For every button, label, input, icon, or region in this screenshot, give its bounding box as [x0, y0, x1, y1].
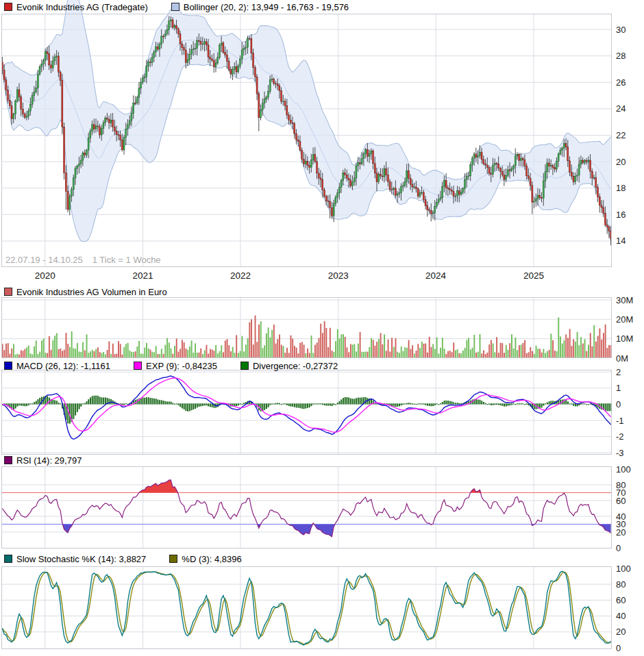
legend-item: EXP (9): -0,84235 [134, 361, 217, 371]
legend-label: Bollinger (20, 2): 13,949 - 16,763 - 19,… [184, 2, 349, 12]
rsi-legend: RSI (14): 29,797 [4, 455, 82, 465]
svg-text:0: 0 [616, 399, 621, 409]
svg-text:-1: -1 [616, 416, 624, 426]
svg-text:20: 20 [616, 157, 626, 167]
stoch-d-swatch [169, 555, 177, 563]
legend-label: Divergence: -0,27372 [253, 361, 338, 371]
svg-text:-2: -2 [616, 431, 624, 442]
legend-item: %D (3): 4,8396 [169, 554, 241, 564]
svg-text:22: 22 [616, 130, 626, 140]
svg-text:30: 30 [616, 25, 626, 35]
legend-item: Evonik Industries AG Volumen in Euro [4, 287, 167, 297]
exp-swatch [134, 362, 142, 370]
svg-text:60: 60 [616, 496, 626, 506]
series-swatch [4, 3, 12, 11]
year-label: 2025 [523, 270, 544, 281]
svg-text:20: 20 [616, 527, 626, 538]
svg-text:0M: 0M [616, 353, 628, 364]
svg-text:40: 40 [616, 611, 626, 621]
svg-text:10M: 10M [616, 333, 633, 344]
svg-text:24: 24 [616, 103, 626, 114]
legend-label: Evonik Industries AG (Tradegate) [16, 2, 148, 12]
legend-label: Slow Stochastic %K (14): 3,8827 [16, 554, 146, 564]
svg-text:18: 18 [616, 183, 626, 193]
legend-item: Divergence: -0,27372 [240, 361, 338, 371]
macd-swatch [4, 362, 12, 370]
svg-text:80: 80 [616, 579, 626, 590]
stock-chart-page: 30282624222018161430M20M10M0M210-1-2-310… [0, 0, 644, 656]
svg-text:0: 0 [616, 543, 621, 553]
year-label: 2022 [230, 270, 251, 281]
svg-text:2: 2 [616, 367, 621, 377]
year-label: 2024 [425, 270, 446, 281]
svg-text:100: 100 [616, 464, 631, 475]
bollinger-swatch [171, 3, 179, 11]
volume-swatch [4, 288, 12, 296]
macd-legend: MACD (26, 12): -1,1161 EXP (9): -0,84235… [4, 361, 338, 370]
year-label: 2023 [328, 270, 349, 281]
legend-label: RSI (14): 29,797 [16, 455, 82, 466]
svg-text:0: 0 [616, 643, 621, 653]
price-legend: Evonik Industries AG (Tradegate) Bolling… [4, 2, 349, 12]
legend-label: EXP (9): -0,84235 [146, 361, 217, 371]
legend-label: %D (3): 4,8396 [182, 554, 241, 564]
svg-text:20M: 20M [616, 314, 633, 325]
legend-item: Slow Stochastic %K (14): 3,8827 [4, 554, 146, 564]
svg-text:60: 60 [616, 595, 626, 605]
date-range-note: 22.07.19 - 14.10.251 Tick = 1 Woche [5, 255, 171, 265]
tick-unit: 1 Tick = 1 Woche [92, 255, 161, 265]
svg-text:100: 100 [616, 564, 631, 574]
svg-text:20: 20 [616, 627, 626, 637]
year-label: 2021 [133, 270, 153, 281]
legend-label: Evonik Industries AG Volumen in Euro [16, 287, 167, 297]
svg-text:14: 14 [616, 236, 626, 246]
stochastic-legend: Slow Stochastic %K (14): 3,8827 %D (3): … [4, 554, 242, 564]
legend-label: MACD (26, 12): -1,1161 [16, 361, 110, 371]
volume-legend: Evonik Industries AG Volumen in Euro [4, 287, 167, 297]
legend-item: Bollinger (20, 2): 13,949 - 16,763 - 19,… [171, 2, 349, 12]
x-axis-year-labels: 202020212022202320242025 [1, 270, 612, 282]
rsi-swatch [4, 456, 12, 464]
legend-item: MACD (26, 12): -1,1161 [4, 361, 110, 371]
svg-text:-3: -3 [616, 448, 624, 458]
svg-text:28: 28 [616, 51, 626, 61]
svg-text:16: 16 [616, 210, 626, 220]
legend-item: RSI (14): 29,797 [4, 455, 82, 466]
svg-text:1: 1 [616, 383, 621, 393]
year-label: 2020 [35, 270, 55, 281]
legend-item: Evonik Industries AG (Tradegate) [4, 2, 148, 12]
svg-text:26: 26 [616, 77, 626, 88]
divergence-swatch [240, 362, 249, 370]
svg-text:30M: 30M [616, 295, 633, 305]
date-range: 22.07.19 - 14.10.25 [5, 255, 83, 265]
stoch-k-swatch [4, 555, 12, 563]
